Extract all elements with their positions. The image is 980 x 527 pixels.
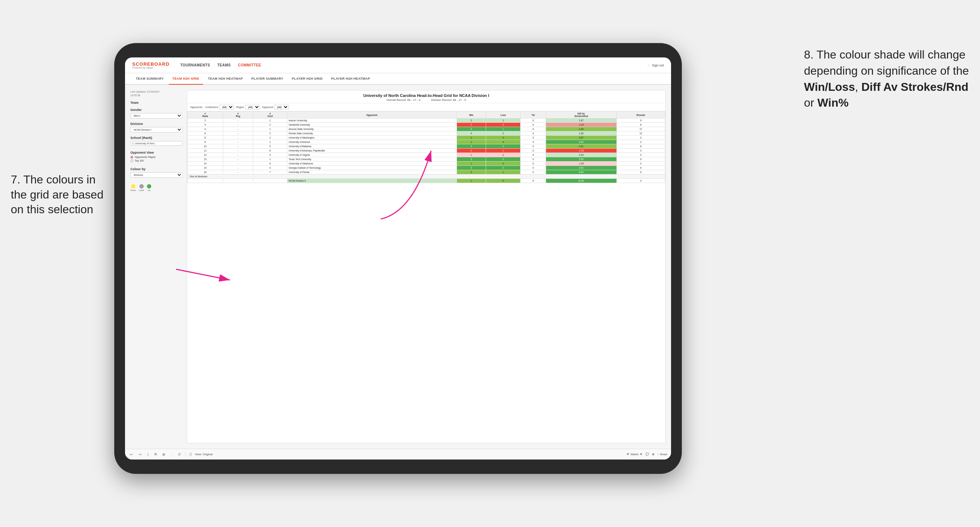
sub-nav: TEAM SUMMARY TEAM H2H GRID TEAM H2H HEAT…: [125, 73, 671, 85]
cell-team: Vanderbilt University: [287, 123, 457, 127]
cell-rounds: 3: [616, 162, 665, 166]
filter-row: Opponents: Conference (All) Region (All): [187, 103, 665, 111]
table-row: 9 - 1 University of Arizona 1 0 0 9.00 2: [188, 140, 665, 144]
toolbar-separator1: ·: [170, 452, 173, 457]
table-row: 8 - 2 University of Washington 1 0 0 3.6…: [188, 136, 665, 140]
colour-by-select[interactable]: Win/loss: [130, 172, 183, 178]
cell-rounds: 8: [616, 144, 665, 149]
watch-btn[interactable]: 👁 Watch ▼: [627, 453, 642, 456]
out-of-division-row: NCAA Division II 1 0 0 26.00 3: [188, 179, 665, 183]
cell-rounds: 17: [616, 127, 665, 132]
out-cell-loss: 0: [486, 179, 520, 183]
cell-conf: 5: [253, 144, 287, 149]
school-label: School (Rank): [130, 136, 183, 140]
share-btn[interactable]: ↑ Share: [657, 453, 667, 456]
radio-opponents-played[interactable]: Opponents Played: [130, 156, 183, 159]
toolbar-copy[interactable]: ⧉: [153, 452, 158, 457]
cell-reg: -: [223, 119, 253, 123]
cell-conf: 3: [253, 153, 287, 157]
legend-level-label: Level: [138, 189, 144, 191]
cell-loss: 0: [486, 140, 520, 144]
cell-team: University of Arizona: [287, 140, 457, 144]
cell-loss: 0: [486, 166, 520, 170]
cell-diff: 2.61: [546, 144, 616, 149]
cell-conf: 7: [253, 170, 287, 175]
annotation-right: 8. The colour shade will change dependin…: [804, 47, 969, 111]
grid-title: University of North Carolina Head-to-Hea…: [191, 93, 661, 98]
conference-filter-label: Conference: [205, 106, 218, 108]
division-section: Division NCAA Division I: [130, 122, 183, 132]
cell-rounds: 3: [616, 136, 665, 140]
cell-conf: 1: [253, 140, 287, 144]
legend-up: Up: [147, 184, 151, 191]
cell-diff: 6.62: [546, 170, 616, 175]
table-row: 4 - 1 Arizona State University 5 1 0 2.2…: [188, 127, 665, 132]
tablet-screen: SCOREBOARD Powered by clippd TOURNAMENTS…: [125, 57, 671, 460]
toolbar-back[interactable]: ⟨: [146, 452, 150, 457]
out-cell-win: 1: [457, 179, 486, 183]
tab-player-h2h-heatmap[interactable]: PLAYER H2H HEATMAP: [328, 73, 374, 85]
cell-win: 5: [457, 127, 486, 132]
col-reg: #Reg: [223, 112, 253, 119]
cell-loss: 4: [486, 123, 520, 127]
cell-loss: 2: [486, 132, 520, 136]
cell-rank: 15: [188, 166, 223, 170]
cell-rounds: 8: [616, 123, 665, 127]
cell-win: 1: [457, 140, 486, 144]
col-conf: #Conf: [253, 112, 287, 119]
cell-rank: 12: [188, 153, 223, 157]
region-select[interactable]: (All): [245, 105, 260, 110]
cell-tie: 0: [520, 157, 546, 162]
logo-sub: Powered by clippd: [132, 67, 170, 69]
comment-btn[interactable]: 💬: [646, 453, 649, 456]
conference-select[interactable]: (All): [219, 105, 234, 110]
out-cell-conf: [253, 179, 287, 183]
nav-committee[interactable]: COMMITTEE: [238, 63, 261, 67]
legend-level-circle: [139, 184, 144, 189]
tab-team-h2h-grid[interactable]: TEAM H2H GRID: [169, 73, 203, 85]
cell-rounds: 9: [616, 166, 665, 170]
cell-rounds: 9: [616, 119, 665, 123]
toolbar-redo[interactable]: ↪: [137, 452, 143, 457]
present-btn[interactable]: ⊞: [652, 453, 654, 456]
col-tie: Tie: [520, 112, 546, 119]
tab-player-h2h-grid[interactable]: PLAYER H2H GRID: [288, 73, 326, 85]
cell-loss: 0: [486, 162, 520, 166]
division-select[interactable]: NCAA Division I: [130, 127, 183, 132]
cell-rank: 9: [188, 140, 223, 144]
legend-up-label: Up: [148, 189, 151, 191]
nav-teams[interactable]: TEAMS: [217, 63, 231, 67]
cell-diff: 1.83: [546, 132, 616, 136]
cell-diff: -2.29: [546, 123, 616, 127]
opponent-view-label: Opponent View: [130, 151, 183, 154]
cell-team: University of Arkansas, Fayetteville: [287, 149, 457, 153]
gender-select[interactable]: Men's: [130, 113, 183, 119]
cell-rounds: 3: [616, 153, 665, 157]
cell-diff: -4.33: [546, 149, 616, 153]
toolbar-clock[interactable]: ⏱: [177, 452, 183, 457]
opponent-select[interactable]: (All): [274, 105, 289, 110]
division-separator-row: Out of division: [188, 175, 665, 179]
radio-top-100[interactable]: Top 100: [130, 159, 183, 162]
tab-player-summary[interactable]: PLAYER SUMMARY: [248, 73, 287, 85]
out-of-division-label: Out of division: [188, 175, 665, 179]
toolbar-paste[interactable]: ⊞: [161, 452, 167, 457]
logo: SCOREBOARD Powered by clippd: [132, 62, 170, 69]
nav-tournaments[interactable]: TOURNAMENTS: [180, 63, 210, 67]
cell-diff: 3.67: [546, 136, 616, 140]
cell-reg: -: [223, 157, 253, 162]
cell-conf: 1: [253, 157, 287, 162]
cell-rounds: 9: [616, 157, 665, 162]
tab-team-summary[interactable]: TEAM SUMMARY: [132, 73, 167, 85]
cell-loss: 0: [486, 157, 520, 162]
cell-reg: -: [223, 162, 253, 166]
sign-out[interactable]: Sign out: [648, 63, 664, 67]
annotation-left: 7. The colours in the grid are based on …: [11, 172, 111, 217]
cell-rounds: 3: [616, 149, 665, 153]
toolbar-undo[interactable]: ↩: [129, 452, 134, 457]
tab-team-h2h-heatmap[interactable]: TEAM H2H HEATMAP: [204, 73, 247, 85]
team-label: Team: [130, 101, 183, 105]
cell-rank: 3: [188, 123, 223, 127]
toolbar-view[interactable]: View: Original: [195, 453, 213, 456]
grid-header: University of North Carolina Head-to-Hea…: [187, 90, 665, 103]
